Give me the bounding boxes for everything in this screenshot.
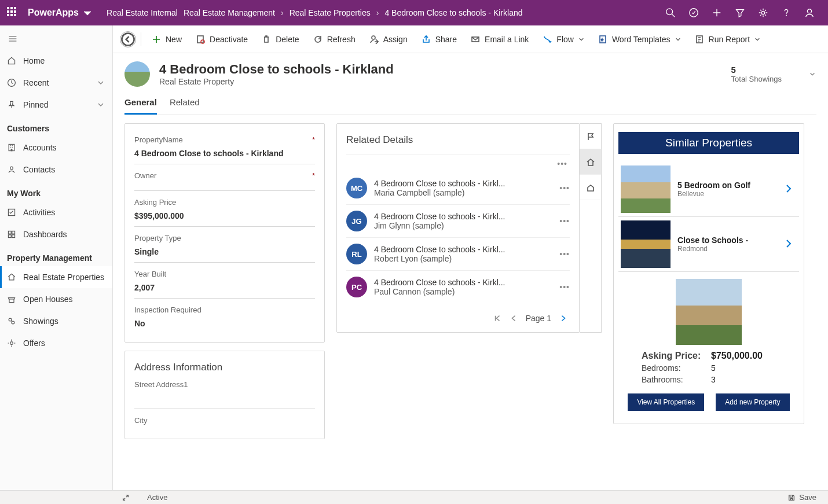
- svg-point-7: [10, 167, 13, 170]
- person-icon: [7, 165, 16, 174]
- field-propertyname[interactable]: PropertyName* 4 Bedroom Close to schools…: [134, 132, 315, 164]
- field-value: [134, 393, 315, 403]
- cmd-label: Deactivate: [210, 35, 248, 44]
- chevron-right-icon: ›: [281, 8, 284, 17]
- clock-icon: [7, 78, 16, 87]
- field-askingprice[interactable]: Asking Price $395,000.000: [134, 194, 315, 227]
- related-row[interactable]: RL 4 Bedroom Close to schools - Kirkl...…: [346, 238, 570, 271]
- chevron-right-icon[interactable]: [781, 184, 797, 195]
- next-page-icon[interactable]: [559, 314, 567, 322]
- cmd-delete[interactable]: Delete: [256, 31, 305, 47]
- breadcrumb-item[interactable]: Real Estate Internal: [107, 8, 178, 17]
- app-launcher-icon[interactable]: [7, 7, 19, 19]
- related-row[interactable]: JG 4 Bedroom Close to schools - Kirkl...…: [346, 205, 570, 238]
- svg-rect-17: [197, 36, 203, 43]
- field-label: Property Type: [134, 234, 181, 242]
- field-inspection[interactable]: Inspection Required No: [134, 302, 315, 334]
- chevron-down-icon: [754, 35, 760, 44]
- nav-activities[interactable]: Activities: [0, 201, 112, 223]
- address-card: Address Information Street Address1 City: [124, 351, 325, 439]
- tab-related[interactable]: Related: [170, 91, 200, 115]
- breadcrumb-item[interactable]: Real Estate Management: [184, 8, 275, 17]
- similar-name: Close to Schools -: [677, 236, 774, 245]
- nav-showings[interactable]: Showings: [0, 310, 112, 332]
- similar-location: Bellevue: [677, 190, 774, 198]
- nav-accounts[interactable]: Accounts: [0, 137, 112, 159]
- nav-properties[interactable]: Real Estate Properties: [0, 266, 112, 288]
- field-owner[interactable]: Owner*: [134, 168, 315, 191]
- cmd-assign[interactable]: Assign: [364, 31, 413, 47]
- chevron-down-icon[interactable]: [808, 70, 816, 78]
- more-icon[interactable]: •••: [559, 249, 570, 259]
- field-street[interactable]: Street Address1: [134, 377, 315, 409]
- more-icon[interactable]: •••: [559, 216, 570, 226]
- cmd-word[interactable]: Word Templates: [592, 31, 687, 47]
- hamburger-button[interactable]: [0, 28, 112, 50]
- breadcrumb-item[interactable]: 4 Bedroom Close to schools - Kirkland: [384, 8, 522, 17]
- nav-contacts[interactable]: Contacts: [0, 159, 112, 181]
- nav-recent[interactable]: Recent: [0, 72, 112, 94]
- svg-rect-11: [8, 235, 11, 238]
- expand-icon[interactable]: [122, 494, 130, 502]
- rail-house[interactable]: [580, 149, 601, 175]
- nav-section-mywork: My Work: [0, 181, 112, 201]
- add-icon[interactable]: [705, 0, 728, 25]
- chevron-right-icon[interactable]: [781, 239, 797, 250]
- help-icon[interactable]: [775, 0, 798, 25]
- cmd-share[interactable]: Share: [416, 31, 463, 47]
- rail-home[interactable]: [580, 175, 601, 200]
- record-image[interactable]: [124, 61, 150, 87]
- rail-flag[interactable]: [580, 124, 601, 149]
- nav-pinned[interactable]: Pinned: [0, 94, 112, 116]
- app-name[interactable]: PowerApps: [28, 8, 79, 18]
- cmd-deactivate[interactable]: Deactivate: [190, 31, 254, 47]
- cmd-flow[interactable]: Flow: [537, 31, 590, 47]
- field-value: 4 Bedroom Close to schools - Kirkland: [134, 149, 315, 158]
- task-icon[interactable]: [682, 0, 705, 25]
- similar-item[interactable]: Close to Schools -Redmond: [618, 217, 799, 272]
- first-page-icon[interactable]: [493, 314, 501, 322]
- cmd-refresh[interactable]: Refresh: [307, 31, 361, 47]
- save-button[interactable]: Save: [787, 493, 816, 502]
- nav-label: Accounts: [23, 143, 57, 152]
- add-property-button[interactable]: Add new Property: [716, 393, 789, 411]
- chevron-right-icon: ›: [376, 8, 379, 17]
- filter-icon[interactable]: [728, 0, 752, 25]
- related-title-text: 4 Bedroom Close to schools - Kirkl...: [374, 212, 507, 221]
- back-button[interactable]: [120, 31, 136, 47]
- nav-label: Dashboards: [23, 230, 67, 239]
- similar-title: Similar Properties: [618, 132, 799, 154]
- nav-home[interactable]: Home: [0, 50, 112, 72]
- section-title: Address Information: [134, 359, 315, 377]
- settings-icon[interactable]: [752, 0, 775, 25]
- prev-page-icon[interactable]: [510, 314, 518, 322]
- field-yearbuilt[interactable]: Year Built 2,007: [134, 266, 315, 299]
- tab-general[interactable]: General: [124, 91, 157, 115]
- breadcrumb-item[interactable]: Real Estate Properties: [290, 8, 371, 17]
- more-icon[interactable]: •••: [559, 282, 570, 292]
- nav-openhouses[interactable]: Open Houses: [0, 288, 112, 310]
- nav-label: Home: [23, 56, 45, 65]
- cmd-label: Delete: [276, 35, 299, 44]
- form-tabs: General Related: [124, 91, 816, 115]
- status-bar: Active Save: [0, 490, 828, 504]
- nav-dashboards[interactable]: Dashboards: [0, 223, 112, 245]
- field-propertytype[interactable]: Property Type Single: [134, 230, 315, 263]
- related-row[interactable]: PC 4 Bedroom Close to schools - Kirkl...…: [346, 271, 570, 303]
- cmd-new[interactable]: New: [146, 31, 188, 47]
- user-icon[interactable]: [798, 0, 821, 25]
- asking-label: Asking Price:: [642, 351, 705, 361]
- dashboard-icon: [7, 230, 16, 239]
- view-all-button[interactable]: View All Properties: [628, 393, 704, 411]
- more-icon[interactable]: •••: [557, 159, 567, 168]
- kpi-total-showings: 5 Total Showings: [731, 65, 799, 83]
- search-icon[interactable]: [659, 0, 682, 25]
- related-row[interactable]: MC 4 Bedroom Close to schools - Kirkl...…: [346, 172, 570, 205]
- more-icon[interactable]: •••: [559, 183, 570, 193]
- chevron-down-icon[interactable]: [82, 8, 93, 18]
- nav-offers[interactable]: Offers: [0, 332, 112, 354]
- field-city[interactable]: City: [134, 413, 315, 431]
- cmd-run[interactable]: Run Report: [689, 31, 767, 47]
- similar-item[interactable]: 5 Bedroom on GolfBellevue: [618, 162, 799, 217]
- cmd-email[interactable]: Email a Link: [465, 31, 534, 47]
